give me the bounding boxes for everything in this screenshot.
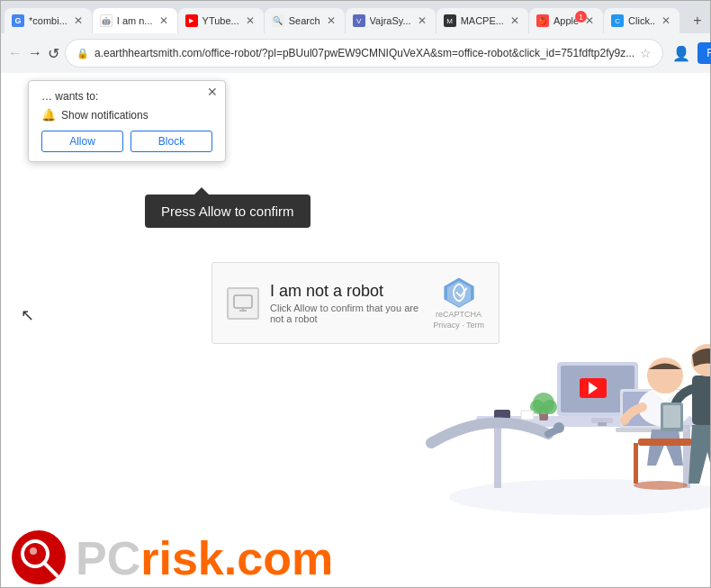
svg-rect-29 <box>692 375 710 425</box>
recaptcha-logo-area: reCAPTCHA Privacy · Term <box>433 276 484 330</box>
popup-wants-text: … wants to: <box>41 90 212 103</box>
tab-favicon-macpe: M <box>444 14 456 27</box>
svg-point-28 <box>554 422 564 433</box>
tab-iam[interactable]: 🤖 I am n... ✕ <box>93 8 177 33</box>
block-button[interactable]: Block <box>130 131 212 152</box>
tab-combi[interactable]: G *combi... ✕ <box>4 8 92 33</box>
svg-rect-20 <box>521 411 534 420</box>
tab-label-search: Search <box>289 15 320 26</box>
press-allow-tooltip: Press Allow to confirm <box>145 194 310 228</box>
tab-close-macpe[interactable]: ✕ <box>508 14 521 27</box>
allow-button[interactable]: Allow <box>41 131 123 152</box>
recaptcha-links: Privacy · Term <box>433 321 484 331</box>
tab-favicon-search: 🔍 <box>272 14 284 27</box>
tab-favicon-apple: 🍎 <box>536 14 549 27</box>
pcrisk-text: PCrisk.com <box>76 535 333 582</box>
tab-close-vajrasy[interactable]: ✕ <box>416 14 428 27</box>
tab-close-ytube[interactable]: ✕ <box>244 14 256 27</box>
browser-frame: G *combi... ✕ 🤖 I am n... ✕ ▶ YTube... ✕… <box>0 0 711 588</box>
tab-label-click: Click.. <box>628 15 655 26</box>
svg-rect-5 <box>494 425 501 488</box>
address-bar[interactable]: 🔒 a.earthheartsmith.com/office-robot/?pl… <box>65 39 663 68</box>
tab-close-click[interactable]: ✕ <box>660 14 672 27</box>
captcha-checkbox[interactable] <box>227 287 259 320</box>
captcha-text-area: I am not a robot Click Allow to confirm … <box>270 282 422 324</box>
back-button[interactable]: ← <box>8 41 22 66</box>
captcha-subtitle: Click Allow to confirm that you are not … <box>270 303 422 324</box>
tab-favicon-iam: 🤖 <box>100 14 112 27</box>
tab-bar: G *combi... ✕ 🤖 I am n... ✕ ▶ YTube... ✕… <box>1 1 710 33</box>
tab-search[interactable]: 🔍 Search ✕ <box>265 8 345 33</box>
mouse-cursor: ↖ <box>21 305 34 325</box>
tab-label-ytube: YTube... <box>202 15 239 26</box>
svg-rect-32 <box>663 405 680 428</box>
popup-close-button[interactable]: ✕ <box>207 85 218 99</box>
reload-button[interactable]: ↺ <box>48 41 59 66</box>
tab-apple[interactable]: 🍎 Apple 1 ✕ <box>529 8 603 33</box>
tab-favicon-ytube: ▶ <box>185 14 198 27</box>
notification-badge: 1 <box>575 11 587 23</box>
tab-bar-tabs: G *combi... ✕ 🤖 I am n... ✕ ▶ YTube... ✕… <box>4 8 684 33</box>
tab-label-vajrasy: VajraSy... <box>370 15 411 26</box>
bookmark-star-icon[interactable]: ☆ <box>640 46 652 60</box>
tab-vajrasy[interactable]: V VajraSy... ✕ <box>346 8 436 33</box>
page-content: ✕ … wants to: 🔔 Show notifications Allow… <box>1 73 710 587</box>
tab-label-combi: *combi... <box>29 15 68 26</box>
tab-favicon-vajrasy: V <box>353 14 365 27</box>
svg-point-27 <box>634 481 688 490</box>
nav-right-actions: 👤 Relaunch to update ⋮ <box>669 41 711 66</box>
captcha-title: I am not a robot <box>270 282 422 301</box>
recaptcha-icon <box>442 276 476 310</box>
bell-icon: 🔔 <box>41 108 56 122</box>
captcha-screen-icon <box>232 293 254 314</box>
tab-favicon-combi: G <box>12 14 24 27</box>
svg-point-36 <box>30 547 37 555</box>
tab-close-search[interactable]: ✕ <box>325 14 338 27</box>
popup-notification-row: 🔔 Show notifications <box>41 108 212 122</box>
tab-macpe[interactable]: M MACPE... ✕ <box>436 8 528 33</box>
tab-click[interactable]: C Click.. ✕ <box>604 8 680 33</box>
tab-label-macpe: MACPE... <box>461 15 504 26</box>
tab-close-iam[interactable]: ✕ <box>158 14 170 27</box>
notification-popup: ✕ … wants to: 🔔 Show notifications Allow… <box>28 80 226 162</box>
new-tab-button[interactable]: + <box>685 8 710 33</box>
popup-notification-label: Show notifications <box>61 109 148 122</box>
address-url: a.earthheartsmith.com/office-robot/?pl=p… <box>94 47 634 59</box>
popup-buttons: Allow Block <box>41 131 212 152</box>
recaptcha-brand: reCAPTCHA <box>436 310 482 321</box>
svg-rect-0 <box>234 295 252 308</box>
tab-label-iam: I am n... <box>117 15 153 26</box>
tab-close-combi[interactable]: ✕ <box>72 14 85 27</box>
profile-button[interactable]: 👤 <box>669 41 694 66</box>
risk-text: risk.com <box>140 535 333 582</box>
svg-point-19 <box>543 400 557 414</box>
relaunch-button[interactable]: Relaunch to update <box>698 42 711 64</box>
svg-rect-24 <box>638 439 692 446</box>
pc-text: PC <box>76 535 140 582</box>
forward-button[interactable]: → <box>28 41 42 66</box>
svg-rect-21 <box>494 410 510 419</box>
press-allow-text: Press Allow to confirm <box>161 204 294 219</box>
tab-ytube[interactable]: ▶ YTube... ✕ <box>178 8 264 33</box>
pcrisk-logo-icon <box>10 529 68 587</box>
svg-rect-12 <box>598 422 607 426</box>
tab-favicon-click: C <box>611 14 624 27</box>
nav-bar: ← → ↺ 🔒 a.earthheartsmith.com/office-rob… <box>1 33 710 73</box>
svg-rect-25 <box>634 443 638 484</box>
captcha-box: I am not a robot Click Allow to confirm … <box>212 262 500 344</box>
pcrisk-logo: PCrisk.com <box>10 529 333 587</box>
svg-point-23 <box>647 357 683 394</box>
lock-icon: 🔒 <box>76 48 89 59</box>
